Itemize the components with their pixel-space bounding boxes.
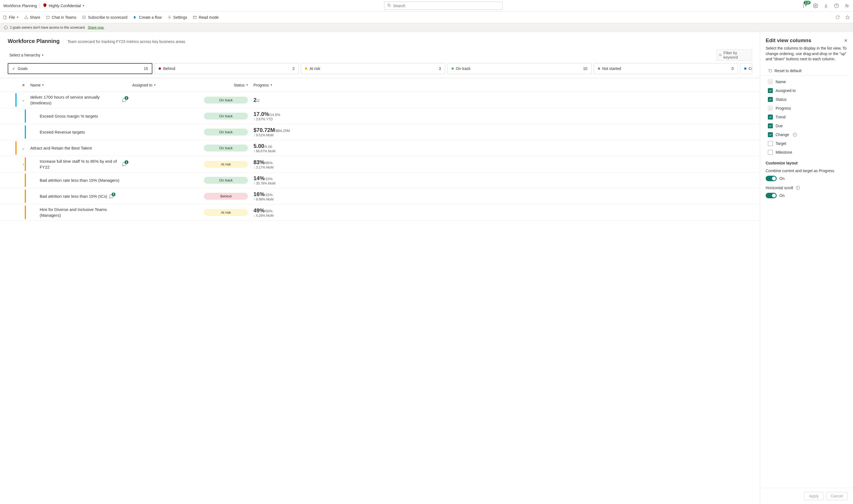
status-card-behind[interactable]: Behind2	[155, 63, 299, 74]
column-header-progress[interactable]: Progress▾	[253, 83, 303, 87]
goal-row[interactable]: Hire for Diverse and Inclusive Teams (Ma…	[0, 204, 760, 221]
cancel-button[interactable]: Cancel	[826, 492, 848, 500]
checkbox[interactable]	[768, 123, 773, 128]
filter-placeholder: Filter by keyword	[724, 51, 750, 59]
svg-point-3	[846, 4, 847, 5]
chevron-down-icon[interactable]: ⌄	[19, 98, 28, 102]
goal-row[interactable]: Exceed Revenue targetsOn track$70.72M/$6…	[0, 124, 760, 140]
goal-name: Attract and Retain the Best Talent	[30, 145, 92, 151]
goal-row[interactable]: Exceed Gross margin % targetsOn track17.…	[0, 108, 760, 124]
goal-row[interactable]: Bad attrition rate less than 15% (ICs)2B…	[0, 188, 760, 204]
toggle-scroll-label: Horizontal scroll i	[766, 186, 848, 190]
sensitivity-dropdown[interactable]: Highly Confidential ▾	[43, 3, 84, 8]
help-button[interactable]	[834, 3, 839, 8]
comment-icon[interactable]: 2	[122, 97, 127, 103]
apply-button[interactable]: Apply	[804, 492, 823, 500]
svg-point-4	[848, 5, 848, 6]
app-title: Workforce Planning	[3, 4, 37, 8]
goal-name: deliver 1700 hours of service annually (…	[30, 94, 120, 106]
share-label: Share	[30, 15, 40, 20]
info-icon[interactable]: i	[796, 186, 800, 190]
info-icon[interactable]: i	[793, 133, 797, 137]
column-option-status[interactable]: Status	[766, 96, 848, 103]
toggle-horizontal-scroll[interactable]	[766, 193, 777, 198]
column-option-milestone[interactable]: Milestone	[766, 149, 848, 155]
checkbox[interactable]	[768, 150, 773, 155]
search-icon	[719, 53, 722, 57]
column-option-trend[interactable]: Trend	[766, 114, 848, 120]
svg-rect-5	[47, 16, 50, 18]
comment-icon[interactable]: 2	[109, 194, 114, 199]
status-pill: Behind	[204, 193, 248, 200]
hierarchy-dropdown[interactable]: Select a hierarchy ▾	[8, 52, 45, 58]
subscribe-label: Subscribe to scorecard	[88, 15, 127, 20]
share-button[interactable]: Share	[24, 15, 40, 20]
page-subtitle: Team scorecard for tracking FY23 metrics…	[68, 39, 185, 44]
column-header-assigned[interactable]: Assigned to▾	[132, 83, 193, 87]
search-field[interactable]	[393, 4, 499, 8]
checkbox[interactable]	[768, 114, 773, 120]
checkbox[interactable]	[768, 97, 773, 102]
goal-name: Exceed Gross margin % targets	[40, 113, 98, 119]
flow-button[interactable]: Create a flow	[133, 15, 161, 20]
checkbox[interactable]	[768, 141, 773, 146]
goal-name: Exceed Revenue targets	[40, 129, 85, 135]
chat-button[interactable]: Chat in Teams	[46, 15, 76, 20]
chevron-right-icon[interactable]: ›	[19, 162, 28, 166]
shield-icon	[43, 3, 47, 8]
file-label: File	[9, 15, 15, 20]
notifications-button[interactable]: 119	[802, 3, 808, 8]
status-card-completed[interactable]: Completed	[740, 63, 752, 74]
status-pill: On track	[204, 145, 248, 151]
account-button[interactable]	[844, 3, 850, 8]
svg-rect-8	[193, 16, 196, 18]
svg-point-2	[835, 4, 839, 8]
settings-button-cmd[interactable]: Settings	[167, 15, 188, 20]
download-button[interactable]	[823, 3, 829, 8]
toggle-combine-progress[interactable]	[766, 176, 777, 181]
reset-default-button[interactable]: Reset to default	[760, 66, 848, 75]
column-header-name[interactable]: Name▾	[30, 83, 132, 87]
readmode-button[interactable]: Read mode	[193, 15, 218, 20]
file-menu[interactable]: File ▾	[3, 15, 18, 20]
settings-button[interactable]	[813, 3, 818, 8]
status-card-on-track[interactable]: On track10	[447, 63, 591, 74]
sensitivity-label: Highly Confidential	[49, 4, 81, 8]
column-option-target[interactable]: Target	[766, 141, 848, 146]
svg-rect-6	[83, 16, 86, 18]
chevron-down-icon[interactable]: ⌄	[19, 146, 28, 150]
sidepanel-title: Edit view columns	[766, 37, 812, 43]
share-now-link[interactable]: Share now.	[88, 25, 104, 30]
column-option-change[interactable]: Changei	[766, 132, 848, 138]
search-input[interactable]	[384, 2, 502, 10]
status-card-not-started[interactable]: Not started0	[594, 63, 738, 74]
column-option-due[interactable]: Due	[766, 123, 848, 129]
checkbox[interactable]	[768, 88, 773, 93]
filter-input[interactable]: Filter by keyword	[716, 49, 752, 61]
goal-row[interactable]: ›Increase full time staff % to 85% by en…	[0, 156, 760, 173]
checkbox	[768, 106, 773, 111]
column-option-assigned-to[interactable]: Assigned to	[766, 88, 848, 94]
goal-name: Hire for Diverse and Inclusive Teams (Ma…	[40, 206, 127, 218]
checkbox[interactable]	[768, 132, 773, 137]
comment-icon[interactable]: 1	[122, 162, 127, 167]
close-button[interactable]: ✕	[844, 38, 848, 43]
goal-row[interactable]: ⌄deliver 1700 hours of service annually …	[0, 92, 760, 108]
refresh-button[interactable]	[835, 15, 840, 20]
goal-row[interactable]: Bad attrition rate less than 15% (Manage…	[0, 173, 760, 188]
info-icon	[4, 25, 8, 30]
column-option-progress[interactable]: Progress	[766, 105, 848, 111]
status-card-goals[interactable]: ✓Goals15	[8, 63, 153, 74]
column-header-status[interactable]: Status▾	[193, 83, 253, 87]
expand-all-icon[interactable]	[17, 83, 30, 87]
svg-point-7	[169, 17, 170, 18]
favorite-button[interactable]	[845, 15, 850, 20]
toggle-state: On	[779, 176, 785, 181]
goal-row[interactable]: ⌄Attract and Retain the Best TalentOn tr…	[0, 140, 760, 156]
subscribe-button[interactable]: Subscribe to scorecard	[82, 15, 127, 20]
hierarchy-label: Select a hierarchy	[10, 53, 40, 57]
column-option-name[interactable]: Name	[766, 79, 848, 85]
goal-name: Increase full time staff % to 85% by end…	[40, 158, 120, 170]
status-card-at-risk[interactable]: At risk3	[301, 63, 445, 74]
toggle-state: On	[779, 193, 785, 198]
